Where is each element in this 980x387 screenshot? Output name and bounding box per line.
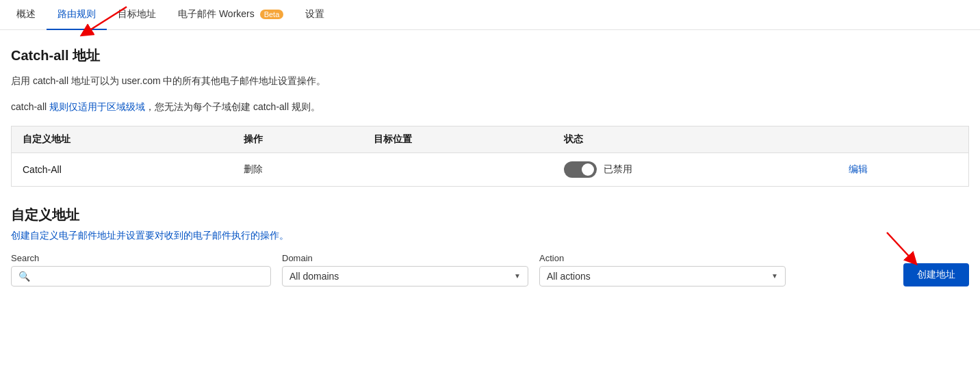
tab-email-workers[interactable]: 电子邮件 Workers Beta xyxy=(167,0,294,30)
create-btn-wrapper: 创建地址 xyxy=(903,263,969,286)
cell-status: ✕ 已禁用 xyxy=(553,152,838,186)
search-input-wrapper[interactable]: 🔍 xyxy=(11,266,271,286)
chevron-down-icon: ▼ xyxy=(514,272,521,280)
domain-select-value: All domains xyxy=(289,271,339,282)
action-label: Action xyxy=(539,253,786,263)
col-custom-address: 自定义地址 xyxy=(12,126,233,152)
search-icon: 🔍 xyxy=(18,271,30,282)
catchall-link[interactable]: 规则仅适用于区域级域 xyxy=(49,101,145,112)
search-input[interactable] xyxy=(34,271,263,282)
table-row: Catch-All 删除 ✕ 已禁用 编辑 xyxy=(12,152,969,186)
toggle-switch[interactable]: ✕ xyxy=(564,161,597,178)
main-content: Catch-all 地址 启用 catch-all 地址可以为 user.com… xyxy=(0,30,980,286)
status-label: 已禁用 xyxy=(604,163,632,174)
search-label: Search xyxy=(11,253,271,263)
action-group: Action All actions ▼ xyxy=(539,253,786,286)
tab-destination-address[interactable]: 目标地址 xyxy=(107,0,167,30)
nav-tabs-container: 概述 路由规则 目标地址 电子邮件 Workers Beta 设置 xyxy=(0,0,980,30)
custom-address-desc: 创建自定义电子邮件地址并设置要对收到的电子邮件执行的操作。 xyxy=(11,230,969,242)
custom-address-title: 自定义地址 xyxy=(11,206,969,224)
tab-overview[interactable]: 概述 xyxy=(5,0,47,30)
filter-row: Search 🔍 Domain All domains ▼ Action xyxy=(11,253,969,286)
catchall-section: Catch-all 地址 启用 catch-all 地址可以为 user.com… xyxy=(11,46,969,187)
create-address-button[interactable]: 创建地址 xyxy=(903,263,969,286)
domain-select[interactable]: All domains ▼ xyxy=(282,266,528,286)
custom-address-section: 自定义地址 创建自定义电子邮件地址并设置要对收到的电子邮件执行的操作。 Sear… xyxy=(11,206,969,286)
chevron-down-icon-2: ▼ xyxy=(771,272,778,280)
tab-settings[interactable]: 设置 xyxy=(294,0,335,30)
cell-destination xyxy=(363,152,553,186)
catchall-title: Catch-all 地址 xyxy=(11,46,969,65)
cell-address: Catch-All xyxy=(12,152,233,186)
action-select-value: All actions xyxy=(547,271,591,282)
search-group: Search 🔍 xyxy=(11,253,271,286)
col-action: 操作 xyxy=(233,126,363,152)
catchall-table: 自定义地址 操作 目标位置 状态 Catch-All 删除 ✕ xyxy=(11,126,969,187)
catchall-desc-line2: catch-all 规则仅适用于区域级域，您无法为每个子域创建 catch-al… xyxy=(11,99,969,114)
col-edit-spacer xyxy=(838,126,968,152)
domain-label: Domain xyxy=(282,253,528,263)
col-destination: 目标位置 xyxy=(363,126,553,152)
delete-link[interactable]: 删除 xyxy=(244,163,263,174)
beta-badge: Beta xyxy=(260,10,284,19)
cell-edit: 编辑 xyxy=(838,152,968,186)
toggle-knob xyxy=(582,163,594,176)
catchall-desc-line1: 启用 catch-all 地址可以为 user.com 中的所有其他电子邮件地址… xyxy=(11,73,969,88)
filter-row-wrapper: Search 🔍 Domain All domains ▼ Action xyxy=(11,253,969,286)
cell-action: 删除 xyxy=(233,152,363,186)
tab-routing-rules[interactable]: 路由规则 xyxy=(47,0,107,30)
edit-link[interactable]: 编辑 xyxy=(849,163,868,174)
action-select[interactable]: All actions ▼ xyxy=(539,266,786,286)
domain-group: Domain All domains ▼ xyxy=(282,253,528,286)
navigation-tabs: 概述 路由规则 目标地址 电子邮件 Workers Beta 设置 xyxy=(0,0,980,30)
col-status: 状态 xyxy=(553,126,838,152)
